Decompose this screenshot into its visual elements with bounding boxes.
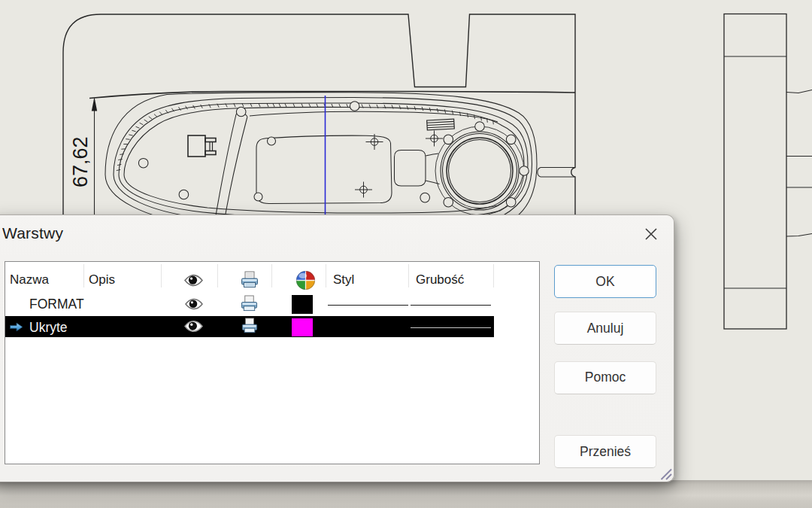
layer-style-line [328, 305, 408, 306]
header-name[interactable]: Nazwa [10, 272, 49, 287]
column-separator [217, 264, 218, 287]
current-layer-arrow-icon [10, 322, 23, 332]
layer-thickness-line [411, 305, 491, 306]
column-separator [408, 264, 409, 287]
layer-name[interactable]: Ukryte [29, 320, 68, 336]
help-button[interactable]: Pomoc [554, 361, 656, 394]
header-description[interactable]: Opis [89, 272, 115, 287]
move-button[interactable]: Przenieś [554, 435, 656, 468]
dimension-67-62 [92, 97, 97, 226]
vent-grille [427, 119, 455, 130]
dimension-label: 67,62 [69, 136, 92, 187]
panel-face [256, 135, 392, 203]
speaker-assembly [435, 122, 529, 215]
column-separator [161, 264, 162, 287]
ok-button[interactable]: OK [554, 265, 656, 298]
layer-visibility-eye-icon[interactable] [184, 320, 203, 333]
layer-print-printer-icon[interactable] [241, 318, 258, 334]
cancel-button[interactable]: Anuluj [554, 312, 656, 345]
trim-line [250, 111, 498, 122]
layer-row-ukryte-selected[interactable]: Ukryte [5, 316, 494, 337]
app-window: 67,62 Warstwy Nazwa Opis Styl Gruboś [0, 0, 812, 508]
part-outline [63, 14, 575, 226]
close-icon [645, 228, 657, 240]
print-header-printer-icon[interactable] [241, 271, 259, 289]
layer-color-swatch[interactable] [292, 318, 313, 336]
layer-name[interactable]: FORMAT [29, 297, 84, 312]
header-thickness[interactable]: Grubość [416, 272, 464, 287]
column-separator [326, 264, 326, 287]
header-style[interactable]: Styl [333, 272, 354, 287]
close-button[interactable] [637, 223, 665, 245]
resize-grip[interactable] [659, 467, 672, 480]
layer-color-swatch[interactable] [292, 295, 313, 314]
column-separator [271, 264, 272, 287]
visibility-header-eye-icon[interactable] [184, 274, 203, 287]
color-header-wheel-icon[interactable] [296, 271, 315, 290]
bottom-bar [0, 480, 812, 508]
layer-thickness-line [411, 327, 491, 328]
dialog-title: Warstwy [2, 224, 63, 242]
pin-feature [538, 168, 574, 178]
column-separator [493, 264, 494, 287]
layers-dialog: Warstwy Nazwa Opis Styl Grubość [0, 214, 674, 482]
pocket-outline [395, 151, 440, 187]
clip-symbol [188, 135, 216, 157]
side-view [724, 14, 812, 330]
crosshair-targets [355, 131, 443, 198]
contour-circles [138, 102, 429, 202]
layer-print-printer-icon[interactable] [241, 295, 258, 312]
layers-table: Nazwa Opis Styl Grubość [5, 261, 540, 464]
column-separator [83, 264, 84, 287]
layer-visibility-eye-icon[interactable] [185, 298, 203, 310]
